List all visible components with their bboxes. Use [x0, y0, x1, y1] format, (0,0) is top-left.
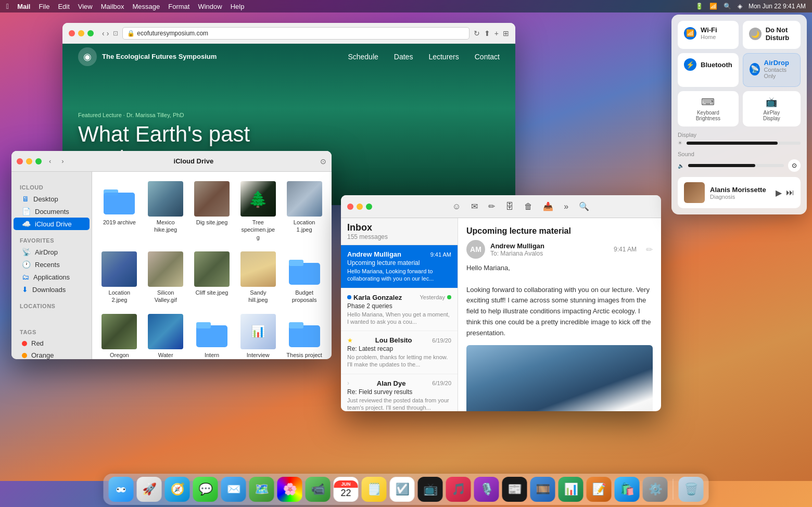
sound-slider[interactable] — [688, 164, 784, 167]
display-slider[interactable] — [687, 142, 801, 145]
file-item-digsite[interactable]: Dig site.jpeg — [191, 178, 233, 244]
apple-menu[interactable]:  — [6, 2, 9, 10]
app-name[interactable]: Mail — [17, 3, 30, 10]
file-item-intern[interactable]: Intern — [191, 311, 233, 359]
mail-maximize[interactable] — [366, 204, 372, 210]
dock-calendar[interactable]: JUN 22 — [334, 477, 359, 502]
sidebar-item-applications[interactable]: 🗂 Applications — [14, 271, 90, 283]
menu-edit[interactable]: Edit — [58, 3, 69, 10]
file-item-sandyhill[interactable]: Sandy hill.jpeg — [237, 248, 279, 307]
file-item-2019archive[interactable]: 2019 archive — [98, 178, 141, 244]
dock-numbers[interactable]: 📊 — [559, 477, 583, 502]
file-item-budget[interactable]: Budget proposals — [283, 248, 325, 307]
file-item-thesis[interactable]: Thesis project — [283, 311, 325, 359]
search-icon[interactable]: 🔍 — [724, 3, 731, 10]
close-button[interactable] — [69, 30, 75, 36]
mail-minimize[interactable] — [357, 204, 363, 210]
dock-music[interactable]: 🎵 — [446, 477, 471, 502]
nav-contact[interactable]: Contact — [475, 53, 500, 61]
dock-safari[interactable]: 🧭 — [165, 477, 190, 502]
file-item-treespecimen[interactable]: 🌲 Tree specimen.jpeg — [237, 178, 279, 244]
sidebar-item-icloud[interactable]: ☁️ iCloud Drive — [14, 218, 90, 230]
file-item-water[interactable]: Water — [145, 311, 187, 359]
battery-icon[interactable]: 🔋 — [695, 3, 703, 10]
file-item-siliconvalley[interactable]: Silicon Valley.gif — [145, 248, 187, 307]
mail-icon-button[interactable]: ✉ — [469, 199, 480, 213]
dock-launchpad[interactable]: 🚀 — [137, 477, 162, 502]
now-playing-tile[interactable]: Alanis Morissette Diagnosis ▶ ⏭ — [678, 177, 801, 208]
sidebar-tag-red[interactable]: Red — [14, 337, 90, 349]
menu-mailbox[interactable]: Mailbox — [101, 3, 124, 10]
finder-search-button[interactable]: ⊙ — [320, 157, 326, 166]
dock-messages[interactable]: 💬 — [193, 477, 218, 502]
dock-appletv[interactable]: 📺 — [418, 477, 443, 502]
move-button[interactable]: 📥 — [541, 199, 555, 213]
sidebar-item-airdrop[interactable]: 📡 AirDrop — [14, 246, 90, 258]
datetime[interactable]: Mon Jun 22 9:41 AM — [748, 3, 806, 10]
add-tab-button[interactable]: + — [494, 29, 499, 37]
dock-trash[interactable]: 🗑️ — [679, 477, 704, 502]
mail-item-3[interactable]: ★ Lou Belsito 6/19/20 Re: Latest recap N… — [341, 331, 458, 374]
dock-pages[interactable]: 📝 — [587, 477, 612, 502]
dock-finder[interactable] — [109, 477, 134, 502]
play-button[interactable]: ▶ — [776, 188, 782, 198]
file-item-location2[interactable]: Location 2.jpeg — [98, 248, 141, 307]
menu-window[interactable]: Window — [198, 3, 222, 10]
sidebar-tag-orange[interactable]: Orange — [14, 349, 90, 359]
menu-file[interactable]: File — [39, 3, 49, 10]
more-button[interactable]: » — [562, 200, 570, 213]
file-item-cliffsite[interactable]: Cliff site.jpeg — [191, 248, 233, 307]
file-item-oregon[interactable]: Oregon — [98, 311, 141, 359]
delete-button[interactable]: 🗑 — [522, 200, 535, 213]
mail-search-button[interactable]: 🔍 — [577, 199, 591, 213]
sidebar-item-recents[interactable]: 🕐 Recents — [14, 258, 90, 271]
skip-button[interactable]: ⏭ — [786, 188, 794, 198]
dock-system-prefs[interactable]: ⚙️ — [643, 477, 668, 502]
dock-notes[interactable]: 🗒️ — [362, 477, 387, 502]
file-item-interview[interactable]: 📊 Interview — [237, 311, 279, 359]
sidebar-item-documents[interactable]: 📄 Documents — [14, 205, 90, 218]
dock-mail[interactable]: ✉️ — [221, 477, 246, 502]
siri-icon[interactable]: ◈ — [738, 3, 742, 10]
menu-message[interactable]: Message — [133, 3, 160, 10]
back-button[interactable]: ‹ — [102, 29, 105, 37]
nav-dates[interactable]: Dates — [394, 53, 413, 61]
cc-bluetooth-tile[interactable]: ⚡ Bluetooth — [678, 53, 739, 87]
menu-view[interactable]: View — [78, 3, 93, 10]
dock-appstore[interactable]: 🛍️ — [615, 477, 640, 502]
dock-photos[interactable]: 🌸 — [277, 477, 302, 502]
minimize-button[interactable] — [78, 30, 84, 36]
mail-item-4[interactable]: › Alan Dye 6/19/20 Re: Field survey resu… — [341, 374, 458, 411]
maximize-button[interactable] — [87, 30, 94, 36]
dock-news[interactable]: 📰 — [502, 477, 527, 502]
file-item-mexicohike[interactable]: Mexico hike.jpeg — [145, 178, 187, 244]
url-bar[interactable]: 🔒 ecofuturesymposium.com — [122, 27, 469, 40]
menu-help[interactable]: Help — [231, 3, 245, 10]
nav-schedule[interactable]: Schedule — [348, 53, 378, 61]
nav-lecturers[interactable]: Lecturers — [428, 53, 459, 61]
reload-button[interactable]: ↻ — [474, 29, 480, 37]
share-button[interactable]: ⬆ — [484, 29, 490, 37]
dock-reminders[interactable]: ☑️ — [390, 477, 415, 502]
cc-airplay-tile[interactable]: 📺 AirPlayDisplay — [743, 91, 801, 126]
cc-wifi-tile[interactable]: 📶 Wi-Fi Home — [678, 21, 739, 49]
wifi-icon[interactable]: 📶 — [709, 3, 717, 10]
sound-expand-button[interactable]: ⊙ — [788, 159, 801, 172]
cc-keyboard-tile[interactable]: ⌨ KeyboardBrightness — [678, 91, 739, 126]
cc-airdrop-tile[interactable]: 📡 AirDrop Contacts Only — [743, 53, 801, 87]
mail-item-1[interactable]: Andrew Mulligan 9:41 AM Upcoming lecture… — [341, 245, 458, 288]
sidebar-item-desktop[interactable]: 🖥 Desktop — [14, 193, 90, 205]
file-item-location1[interactable]: Location 1.jpeg — [283, 178, 325, 244]
menu-format[interactable]: Format — [168, 3, 189, 10]
compose-button[interactable]: ☺ — [450, 200, 463, 213]
forward-button[interactable]: › — [107, 29, 109, 37]
extensions-button[interactable]: ⊞ — [503, 29, 509, 37]
mail-item-2[interactable]: Karla Gonzalez Yesterday Phase 2 queries… — [341, 288, 458, 332]
sidebar-item-downloads[interactable]: ⬇ Downloads — [14, 283, 90, 296]
dock-facetime[interactable]: 📹 — [306, 477, 331, 502]
dock-keynote[interactable]: 🎞️ — [530, 477, 555, 502]
mail-close[interactable] — [347, 204, 353, 210]
cc-dnd-tile[interactable]: 🌙 Do Not Disturb — [743, 21, 801, 49]
edit-button[interactable]: ✏ — [486, 199, 497, 213]
dock-podcasts[interactable]: 🎙️ — [474, 477, 499, 502]
